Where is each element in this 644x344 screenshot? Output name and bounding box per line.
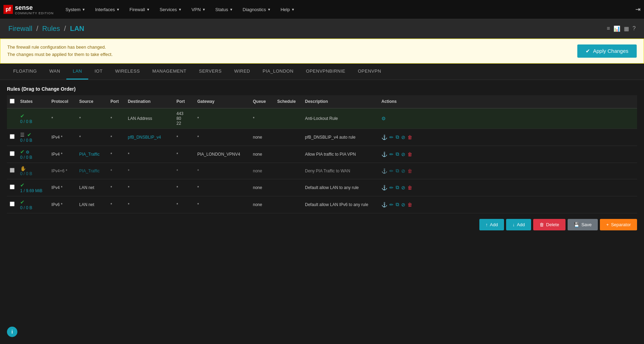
brand-edition: COMMUNITY EDITION [15,11,53,15]
anchor-icon[interactable]: ⚓ [381,134,387,140]
tab-wireless[interactable]: WIRELESS [109,64,146,80]
row-description: Anti-Lockout Rule [302,108,379,129]
row-description: Default allow LAN IPv6 to any rule [302,196,379,213]
anchor-icon[interactable]: ⚓ [381,168,387,174]
row-check[interactable] [7,196,17,213]
row-port-src: * [108,163,125,179]
brand-logo[interactable]: pf sense COMMUNITY EDITION [3,4,53,15]
edit-icon[interactable]: ✏ [389,202,394,207]
tab-servers[interactable]: SERVERS [193,64,228,80]
nav-system[interactable]: System ▼ [60,0,90,19]
row-description: Default allow LAN to any rule [302,179,379,196]
nav-status[interactable]: Status ▼ [210,0,238,19]
row-states: ✔ 0 / 0 B [17,196,49,213]
nav-external-icon[interactable]: ⇥ [635,6,641,13]
row-check[interactable] [7,179,17,196]
tabs: Floating WAN LAN IOT WIRELESS MANAGEMENT… [7,64,637,80]
breadcrumb-lan: LAN [70,25,84,32]
table-icon[interactable]: ▦ [624,25,629,32]
row-actions: ⚓ ✏ ⧉ ⊘ 🗑 [379,163,637,179]
breadcrumb-firewall[interactable]: Firewall [8,25,32,32]
tab-openvpnbirnie[interactable]: OPENVPNBIRNIE [300,64,352,80]
tab-lan[interactable]: LAN [66,64,88,80]
delete-icon[interactable]: 🗑 [407,202,412,207]
delete-icon[interactable]: 🗑 [407,185,412,190]
row-source: PIA_Traffic [76,146,108,163]
block-icon[interactable]: ⊘ [401,134,405,140]
tab-pia-london[interactable]: PIA_LONDON [256,64,300,80]
anchor-icon[interactable]: ⚓ [381,202,387,207]
copy-icon[interactable]: ⧉ [396,168,399,174]
tab-floating[interactable]: Floating [7,64,43,80]
edit-icon[interactable]: ✏ [389,168,394,174]
delete-icon[interactable]: 🗑 [407,134,412,140]
row-check[interactable] [7,129,17,146]
gear-icon[interactable]: ⚙ [381,116,386,121]
header-port-src: Port [108,95,125,108]
help-icon[interactable]: ? [633,25,636,32]
row-port-src: * [108,108,125,129]
table-row: ✔ 0 / 0 B * * * LAN Address 443 80 22 * … [7,108,637,129]
edit-icon[interactable]: ✏ [389,134,394,140]
logo-box: pf [3,5,13,14]
anchor-icon[interactable]: ⚓ [381,185,387,190]
delete-button[interactable]: 🗑 Delete [533,219,565,230]
nav-diagnostics[interactable]: Diagnostics ▼ [238,0,276,19]
add-down-button[interactable]: ↓ Add [506,219,531,230]
row-gateway: * [195,129,250,146]
block-icon[interactable]: ⊘ [401,202,405,207]
drag-icon[interactable]: ✋ [20,166,26,171]
row-port-src: * [108,146,125,163]
row-check[interactable] [7,146,17,163]
alert-bar: The firewall rule configuration has been… [0,39,644,64]
row-actions: ⚙ [379,108,637,129]
row-destination: LAN Address [125,108,174,129]
row-port-dst: * [174,163,195,179]
tab-iot[interactable]: IOT [88,64,109,80]
copy-icon[interactable]: ⧉ [396,185,399,190]
edit-icon[interactable]: ✏ [389,185,394,190]
nav-vpn[interactable]: VPN ▼ [187,0,210,19]
edit-icon[interactable]: ✏ [389,151,394,157]
delete-icon[interactable]: 🗑 [407,168,412,174]
copy-icon[interactable]: ⧉ [396,151,399,157]
tab-management[interactable]: MANAGEMENT [146,64,193,80]
brand-name: sense [15,4,53,11]
breadcrumb-rules[interactable]: Rules [42,25,60,32]
row-description: Deny PIA Traffic to WAN [302,163,379,179]
chart-icon[interactable]: 📊 [613,25,620,32]
row-port-src: * [108,196,125,213]
drag-icon[interactable]: ☰ [20,132,25,138]
save-button[interactable]: 💾 Save [568,219,598,230]
row-actions: ⚓ ✏ ⧉ ⊘ 🗑 [379,179,637,196]
enabled-icon: ✔ [20,182,25,188]
add-up-button[interactable]: ↑ Add [479,219,504,230]
block-icon[interactable]: ⊘ [401,151,405,157]
copy-icon[interactable]: ⧉ [396,134,399,140]
row-queue: none [250,196,274,213]
nav-help[interactable]: Help ▼ [276,0,300,19]
tab-wired[interactable]: WIRED [228,64,256,80]
anchor-icon[interactable]: ⚓ [381,151,387,157]
tab-wan[interactable]: WAN [43,64,66,80]
row-port-src: * [108,129,125,146]
nav-services[interactable]: Services ▼ [155,0,187,19]
filter-icon[interactable]: ≡ [607,25,610,32]
block-icon[interactable]: ⊘ [401,185,405,190]
tab-openvpn[interactable]: OpenVPN [352,64,387,80]
separator-button[interactable]: + Separator [600,219,637,230]
row-check[interactable] [7,163,17,179]
row-gateway: * [195,179,250,196]
block-icon[interactable]: ⊘ [401,168,405,174]
row-states: ✔ 1 / 9.69 MiB [17,179,49,196]
row-destination: pfB_DNSBLIP_v4 [125,129,174,146]
select-all-checkbox[interactable] [10,99,15,104]
delete-icon[interactable]: 🗑 [407,151,412,157]
checkmark-icon: ✔ [586,48,590,54]
copy-icon[interactable]: ⧉ [396,202,399,207]
header-states: States [17,95,49,108]
apply-changes-button[interactable]: ✔ Apply Changes [577,44,637,58]
nav-firewall[interactable]: Firewall ▼ [125,0,155,19]
nav-interfaces[interactable]: Interfaces ▼ [90,0,125,19]
row-gateway: PIA_LONDON_VPNV4 [195,146,250,163]
